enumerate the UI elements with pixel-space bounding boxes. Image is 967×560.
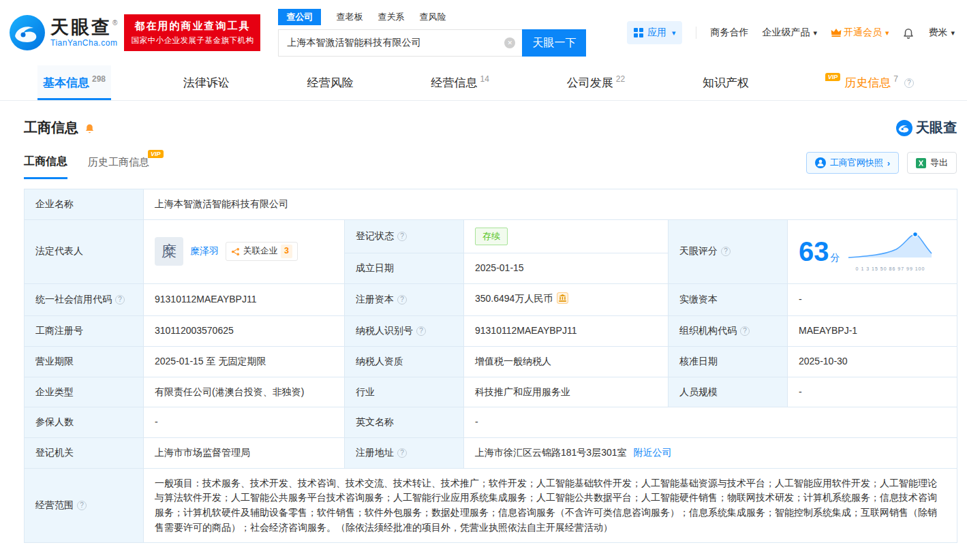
brand-domain: TianYanCha.com [50, 38, 117, 48]
insured-count-value: - [144, 407, 345, 438]
reg-number-value: 310112003570625 [144, 316, 345, 347]
subtab-business-info[interactable]: 工商信息 [24, 155, 67, 179]
help-icon[interactable] [904, 78, 914, 88]
address-label: 注册地址 [345, 437, 464, 468]
help-icon[interactable] [721, 247, 731, 256]
official-snapshot-button[interactable]: 工商官网快照 [806, 152, 899, 174]
header-nav: 应用 商务合作 企业级产品 开通会员 费米 [627, 21, 955, 44]
credit-code-label: 统一社会信用代码 [25, 283, 144, 316]
reg-capital-label: 注册资本 [345, 283, 464, 316]
help-icon[interactable] [416, 326, 426, 336]
help-icon[interactable] [397, 232, 407, 241]
industry-value: 科技推广和应用服务业 [464, 377, 669, 407]
nav-enterprise-products[interactable]: 企业级产品 [762, 27, 817, 39]
related-companies-badge[interactable]: 关联企业 3 [226, 242, 298, 260]
address-value: 上海市徐汇区云锦路181号3层301室附近公司 [464, 437, 957, 468]
help-icon[interactable] [77, 501, 87, 510]
search-input[interactable] [278, 29, 522, 57]
legal-rep-avatar[interactable]: 糜 [155, 237, 183, 266]
tab-operation-info[interactable]: 经营信息 14 [426, 65, 495, 100]
help-icon[interactable] [397, 448, 407, 458]
tianyancha-logo[interactable]: 天眼查 ® TianYanCha.com [10, 15, 117, 50]
company-type-value: 有限责任公司(港澳台投资、非独资) [144, 377, 345, 407]
tab-history-info-count: 7 [893, 74, 898, 84]
table-row: 企业类型 有限责任公司(港澳台投资、非独资) 行业 科技推广和应用服务业 人员规… [25, 377, 957, 407]
table-row: 统一社会信用代码 91310112MAEAYBPJ11 注册资本 350.649… [25, 283, 957, 316]
tianyancha-logo-icon [10, 15, 45, 50]
notification-bell-icon[interactable] [902, 27, 915, 39]
brand-name: 天眼查 [50, 18, 112, 37]
search-tab-relation[interactable]: 查关系 [378, 11, 404, 23]
grid-icon [634, 28, 643, 37]
tab-basic-info-label: 基本信息 [43, 75, 89, 91]
score-chart: 0 1 3 15 50 86 97 99 100 [847, 230, 934, 273]
tab-history-info[interactable]: VIP 历史信息 7 [821, 65, 919, 100]
table-row: 营业期限 2025-01-15 至 无固定期限 纳税人资质 增值税一般纳税人 核… [25, 346, 957, 377]
slogan-banner: 都在用的商业查询工具 国家中小企业发展子基金旗下机构 [124, 14, 260, 51]
official-snapshot-label: 工商官网快照 [830, 157, 883, 169]
tab-operation-info-label: 经营信息 [431, 75, 478, 91]
reg-authority-value: 上海市市场监督管理局 [144, 437, 345, 468]
credit-code-value: 91310112MAEAYBPJ11 [144, 283, 345, 316]
score-chart-axis: 0 1 3 15 50 86 97 99 100 [847, 266, 934, 273]
tab-intellectual-property[interactable]: 知识产权 [697, 65, 754, 100]
subsection-tabs-row: 工商信息 历史工商信息 VIP 工商官网快照 [24, 152, 957, 179]
section-title: 工商信息 [24, 119, 78, 137]
registered-mark: ® [112, 19, 117, 27]
tab-company-development-count: 22 [616, 74, 625, 84]
tab-company-development-label: 公司发展 [567, 75, 613, 91]
tab-basic-info[interactable]: 基本信息 298 [37, 65, 111, 100]
help-icon[interactable] [740, 326, 750, 336]
legal-rep-link[interactable]: 糜泽羽 [190, 244, 219, 259]
subtab-history-business-info[interactable]: 历史工商信息 VIP [88, 156, 165, 179]
search-block: 查公司 查老板 查关系 查风险 天眼一下 [278, 9, 586, 57]
table-row: 经营范围 一般项目：技术服务、技术开发、技术咨询、技术交流、技术转让、技术推广；… [25, 468, 957, 543]
staff-size-value: - [788, 377, 957, 407]
table-row: 工商注册号 310112003570625 纳税人识别号 91310112MAE… [25, 316, 957, 347]
tab-operation-risk-label: 经营风险 [307, 75, 354, 91]
search-button[interactable]: 天眼一下 [522, 29, 586, 57]
score-label: 天眼评分 [669, 219, 788, 283]
business-scope-value: 一般项目：技术服务、技术开发、技术咨询、技术交流、技术转让、技术推广；软件开发；… [144, 468, 957, 543]
subscribe-bell-icon[interactable] [84, 122, 95, 134]
taxpayer-id-label: 纳税人识别号 [345, 316, 464, 347]
status-badge: 存续 [475, 228, 508, 245]
related-companies-count: 3 [281, 245, 292, 258]
search-tab-risk[interactable]: 查风险 [419, 11, 446, 23]
tab-legal-litigation[interactable]: 法律诉讼 [178, 65, 235, 100]
org-code-label: 组织机构代码 [669, 316, 788, 347]
export-button[interactable]: 导出 [907, 152, 957, 174]
staff-size-label: 人员规模 [669, 377, 788, 407]
search-tab-boss[interactable]: 查老板 [336, 11, 363, 23]
capital-bank-icon[interactable] [557, 292, 568, 309]
org-code-value: MAEAYBPJ-1 [788, 316, 957, 347]
help-icon[interactable] [115, 295, 125, 305]
legal-rep-cell: 糜 糜泽羽 关联企业 3 [144, 219, 345, 283]
snapshot-icon [815, 157, 826, 168]
tab-history-info-label: 历史信息 [844, 75, 891, 91]
related-companies-icon [231, 247, 240, 256]
table-row: 法定代表人 糜 糜泽羽 关联企业 [25, 219, 957, 253]
business-scope-label: 经营范围 [25, 468, 144, 543]
approval-date-value: 2025-10-30 [788, 346, 957, 377]
export-label: 导出 [930, 157, 948, 169]
tab-operation-risk[interactable]: 经营风险 [302, 65, 359, 100]
apps-menu[interactable]: 应用 [627, 21, 683, 44]
watermark-text: 天眼查 [916, 119, 957, 137]
nav-open-vip[interactable]: 开通会员 [831, 27, 889, 39]
nav-business-cooperation[interactable]: 商务合作 [710, 27, 748, 39]
nearby-companies-link[interactable]: 附近公司 [634, 447, 672, 458]
insured-count-label: 参保人数 [25, 407, 144, 438]
tab-company-development[interactable]: 公司发展 22 [562, 65, 630, 100]
crown-icon [831, 28, 842, 37]
help-icon[interactable] [397, 295, 407, 305]
nav-user[interactable]: 费米 [928, 27, 955, 39]
score-cell[interactable]: 63分 0 1 3 15 50 86 97 99 100 [788, 219, 957, 283]
score-unit: 分 [831, 252, 840, 263]
tab-operation-info-count: 14 [480, 74, 489, 84]
reg-number-label: 工商注册号 [25, 316, 144, 347]
search-tab-company[interactable]: 查公司 [278, 9, 321, 25]
tab-legal-litigation-label: 法律诉讼 [183, 75, 230, 91]
reg-status-label: 登记状态 [345, 219, 464, 253]
taxpayer-id-value: 91310112MAEAYBPJ11 [464, 316, 669, 347]
